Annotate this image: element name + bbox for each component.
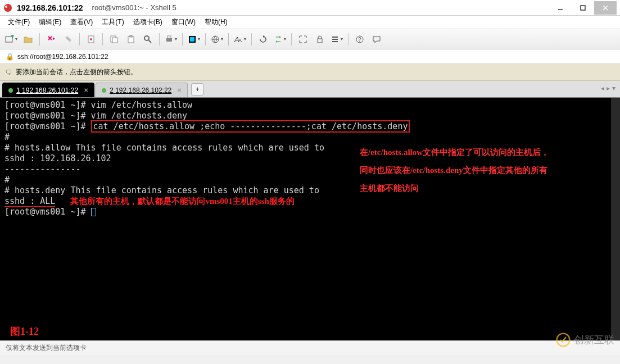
tab-nav: ◂ ▸ ▾ xyxy=(601,84,616,92)
tab-label: 192.168.26.101:22 xyxy=(22,87,78,94)
hint-bar: 🗨 要添加当前会话，点击左侧的箭头按钮。 xyxy=(0,64,620,81)
terminal-line-underlined: sshd : ALL xyxy=(4,196,55,207)
terminal-cursor xyxy=(91,208,96,216)
svg-rect-6 xyxy=(6,37,12,42)
tab-index: 1 xyxy=(16,87,20,94)
svg-rect-26 xyxy=(332,39,338,40)
tab-close-button[interactable]: ✕ xyxy=(84,87,88,93)
annotation-right-2: 同时也应该在/etc/hosts.deny文件中指定其他的所有 xyxy=(360,165,547,176)
encoding-button[interactable] xyxy=(210,33,224,46)
toolbar-separator xyxy=(205,33,206,46)
terminal-line: # xyxy=(4,132,616,143)
terminal-line: vim /etc/hosts.deny xyxy=(86,111,188,121)
lock-button[interactable] xyxy=(313,33,327,46)
menubar: 文件(F) 编辑(E) 查看(V) 工具(T) 选项卡(B) 窗口(W) 帮助(… xyxy=(0,16,620,29)
highlighted-command: cat /etc/hosts.allow ;echo -------------… xyxy=(91,120,410,133)
svg-point-15 xyxy=(144,36,149,40)
menu-file[interactable]: 文件(F) xyxy=(3,16,34,29)
toolbar-separator xyxy=(291,33,292,46)
svg-rect-14 xyxy=(130,35,132,37)
prompt: [root@vms001 ~]# xyxy=(4,121,86,131)
terminal-pane[interactable]: [root@vms001 ~]# vim /etc/hosts.allow [r… xyxy=(0,98,620,340)
refresh-button[interactable] xyxy=(256,33,270,46)
menu-edit[interactable]: 编辑(E) xyxy=(34,16,66,29)
transfer-button[interactable] xyxy=(273,33,287,46)
lock-icon: 🔒 xyxy=(6,53,14,61)
tab-prev-button[interactable]: ◂ xyxy=(601,84,604,92)
svg-rect-25 xyxy=(332,37,338,38)
disconnect-button[interactable] xyxy=(61,33,75,46)
copy-button[interactable] xyxy=(107,33,121,46)
reconnect-button[interactable] xyxy=(44,33,58,46)
prompt: [root@vms001 ~]# xyxy=(4,100,86,110)
tab-index: 2 xyxy=(110,87,114,94)
help-button[interactable]: ? xyxy=(353,33,366,46)
toolbar-separator xyxy=(39,33,40,46)
terminal-line: # xyxy=(4,175,616,185)
window-titlebar: 192.168.26.101:22 root@vms001:~ - Xshell… xyxy=(0,0,620,16)
terminal-line: # hosts.deny This file contains access r… xyxy=(4,185,616,196)
watermark-text: 创新互联 xyxy=(574,333,614,347)
session-tab-2[interactable]: 2 192.168.26.102:22 ✕ xyxy=(96,83,188,97)
tab-list-button[interactable]: ▾ xyxy=(612,84,616,92)
svg-text:A: A xyxy=(238,38,242,43)
tab-add-button[interactable]: + xyxy=(191,83,203,95)
svg-text:?: ? xyxy=(358,37,361,43)
svg-rect-18 xyxy=(168,36,171,38)
address-text[interactable]: ssh://root@192.168.26.101:22 xyxy=(17,53,108,61)
find-button[interactable] xyxy=(141,33,155,46)
svg-rect-17 xyxy=(166,38,172,42)
menu-tools[interactable]: 工具(T) xyxy=(97,16,128,29)
title-main: 192.168.26.101:22 xyxy=(17,3,83,12)
maximize-button[interactable] xyxy=(572,1,594,15)
menu-help[interactable]: 帮助(H) xyxy=(200,16,232,29)
xshell-icon xyxy=(3,3,12,12)
toolbar-separator xyxy=(182,33,183,46)
svg-point-0 xyxy=(4,4,12,12)
paste-button[interactable] xyxy=(124,33,138,46)
tab-next-button[interactable]: ▸ xyxy=(607,84,610,92)
menu-view[interactable]: 查看(V) xyxy=(66,16,97,29)
bookmark-button[interactable] xyxy=(330,33,343,46)
print-button[interactable] xyxy=(164,33,178,46)
svg-rect-20 xyxy=(190,37,194,42)
minimize-button[interactable] xyxy=(549,1,572,15)
svg-rect-12 xyxy=(112,38,117,43)
new-session-button[interactable] xyxy=(4,33,18,46)
tab-strip: 1 192.168.26.101:22 ✕ 2 192.168.26.102:2… xyxy=(0,81,620,98)
menu-tabs[interactable]: 选项卡(B) xyxy=(129,16,167,29)
session-tab-1[interactable]: 1 192.168.26.101:22 ✕ xyxy=(2,83,94,97)
svg-rect-13 xyxy=(128,37,134,43)
speaker-icon: 🗨 xyxy=(6,69,12,76)
toolbar-separator xyxy=(79,33,80,46)
address-bar: 🔒 ssh://root@192.168.26.101:22 xyxy=(0,49,620,64)
toolbar-separator xyxy=(228,33,229,46)
tab-close-button[interactable]: ✕ xyxy=(177,87,182,93)
figure-label: 图1-12 xyxy=(10,326,39,337)
toolbar-separator xyxy=(159,33,160,46)
open-button[interactable] xyxy=(21,33,35,46)
svg-rect-3 xyxy=(581,6,585,10)
toolbar-separator xyxy=(102,33,103,46)
svg-rect-24 xyxy=(318,39,322,43)
tab-label: 192.168.26.102:22 xyxy=(115,87,171,94)
title-sub: root@vms001:~ - Xshell 5 xyxy=(92,3,177,12)
toolbar-separator xyxy=(251,33,252,46)
menu-window[interactable]: 窗口(W) xyxy=(167,16,200,29)
fullscreen-button[interactable] xyxy=(296,33,310,46)
svg-point-1 xyxy=(5,6,7,8)
status-bar: 仅将文本发送到当前选项卡 xyxy=(0,340,620,355)
color-scheme-button[interactable] xyxy=(187,33,201,46)
svg-line-16 xyxy=(148,40,151,43)
hint-text: 要添加当前会话，点击左侧的箭头按钮。 xyxy=(16,67,137,77)
properties-button[interactable] xyxy=(84,33,98,46)
font-button[interactable]: AA xyxy=(233,33,247,46)
close-button[interactable] xyxy=(594,1,617,15)
chat-button[interactable] xyxy=(370,33,383,46)
svg-point-10 xyxy=(90,38,92,40)
prompt: [root@vms001 ~]# xyxy=(4,207,86,217)
annotation-right-3: 主机都不能访问 xyxy=(360,183,419,194)
toolbar: AA ? xyxy=(0,29,620,49)
status-text: 仅将文本发送到当前选项卡 xyxy=(6,343,87,353)
terminal-scrollbar[interactable] xyxy=(611,98,620,340)
